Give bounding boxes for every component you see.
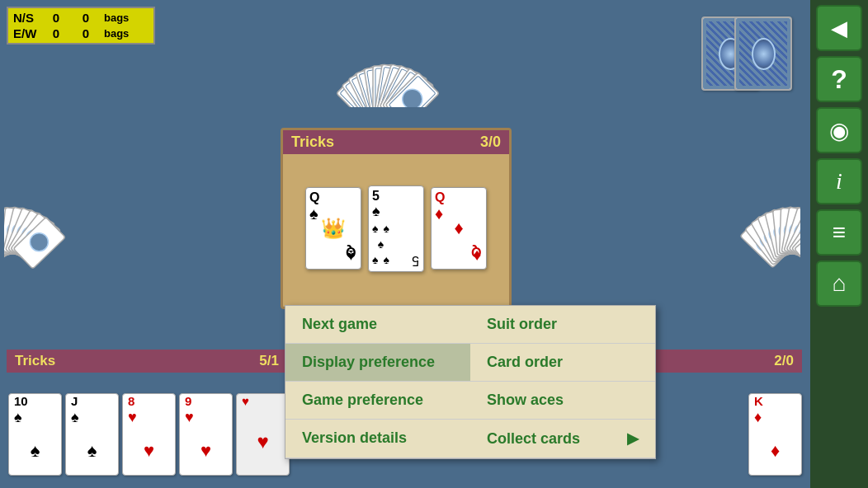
east-top-hand bbox=[701, 16, 800, 91]
card-k-diamonds[interactable]: K ♦ ♦ bbox=[748, 393, 802, 476]
card-8-hearts[interactable]: 8 ♥ ♥ bbox=[122, 393, 176, 476]
menu-show-aces[interactable]: Show aces bbox=[470, 382, 655, 420]
menu-icon: ≡ bbox=[833, 219, 846, 246]
played-cards: Q ♠ ♠ Q 👑 5 ♠ ♠♠ ♠ ♠♠ 5 Q ♦ ♦ Q ♦ bbox=[283, 154, 509, 303]
eye-button[interactable]: ◉ bbox=[816, 107, 862, 153]
bottom-tricks-left: Tricks 5/1 bbox=[7, 350, 287, 373]
ew-score: 0 bbox=[45, 26, 68, 40]
menu-game-prefs[interactable]: Game preference bbox=[285, 382, 470, 420]
center-play-area: Tricks 3/0 Q ♠ ♠ Q 👑 5 ♠ ♠♠ ♠ ♠♠ 5 Q ♦ bbox=[281, 128, 512, 309]
menu-card-order[interactable]: Card order bbox=[470, 344, 655, 382]
bottom-tricks-right-value: 2/0 bbox=[774, 353, 794, 369]
menu-display-prefs[interactable]: Display preference bbox=[285, 344, 470, 382]
info-button[interactable]: i bbox=[816, 158, 862, 204]
ns-bags-label: bags bbox=[104, 12, 129, 24]
bottom-tricks-label: Tricks bbox=[15, 353, 55, 369]
menu-collect-cards-label: Collect cards bbox=[487, 430, 580, 448]
ew-bags: 0 bbox=[74, 26, 97, 40]
tricks-banner: Tricks 3/0 bbox=[283, 130, 509, 154]
menu-grid: Next game Suit order Display preference … bbox=[285, 306, 655, 458]
ew-bags-label: bags bbox=[104, 27, 129, 40]
card-9-hearts[interactable]: 9 ♥ ♥ bbox=[179, 393, 233, 476]
card-10-spades[interactable]: 10 ♠ ♠ bbox=[8, 393, 62, 476]
east-hand bbox=[611, 161, 800, 276]
home-button[interactable]: ⌂ bbox=[816, 260, 862, 307]
bottom-tricks-right: 2/0 bbox=[637, 350, 802, 373]
eye-icon: ◉ bbox=[829, 117, 849, 144]
north-played-card[interactable]: 5 ♠ ♠♠ ♠ ♠♠ 5 bbox=[368, 185, 424, 272]
sidebar: ◀ ? ◉ i ≡ ⌂ bbox=[810, 0, 868, 488]
info-icon: i bbox=[836, 168, 842, 195]
card-j-spades[interactable]: J ♠ ♠ bbox=[65, 393, 119, 476]
home-icon: ⌂ bbox=[833, 270, 847, 297]
menu-suit-order[interactable]: Suit order bbox=[470, 306, 655, 344]
west-played-card[interactable]: Q ♠ ♠ Q 👑 bbox=[305, 187, 361, 270]
help-icon: ? bbox=[831, 64, 847, 95]
back-button[interactable]: ◀ bbox=[816, 5, 862, 51]
ew-score-row: E/W 0 0 bags bbox=[13, 26, 149, 41]
scoreboard: N/S 0 0 bags E/W 0 0 bags bbox=[7, 7, 155, 45]
ew-label: E/W bbox=[13, 26, 38, 40]
menu-collect-cards[interactable]: Collect cards ▶ bbox=[470, 420, 655, 458]
ns-score-row: N/S 0 0 bags bbox=[13, 10, 149, 26]
ns-bags: 0 bbox=[74, 11, 97, 25]
ns-label: N/S bbox=[13, 11, 38, 25]
context-menu: Next game Suit order Display preference … bbox=[285, 305, 656, 459]
menu-button[interactable]: ≡ bbox=[816, 209, 862, 256]
tricks-score: 3/0 bbox=[480, 134, 501, 151]
tricks-label: Tricks bbox=[291, 134, 334, 151]
east-played-card[interactable]: Q ♦ ♦ Q ♦ bbox=[431, 187, 487, 270]
back-icon: ◀ bbox=[831, 16, 847, 41]
menu-version-details[interactable]: Version details bbox=[285, 420, 470, 458]
help-button[interactable]: ? bbox=[816, 56, 862, 102]
card-hidden-1[interactable]: ♥ ♥ bbox=[236, 393, 290, 476]
north-hand bbox=[231, 8, 545, 107]
menu-collect-cards-arrow: ▶ bbox=[627, 429, 639, 448]
west-hand bbox=[4, 161, 194, 276]
ns-score: 0 bbox=[45, 11, 68, 25]
bottom-tricks-value: 5/1 bbox=[259, 353, 279, 369]
menu-next-game[interactable]: Next game bbox=[285, 306, 470, 344]
